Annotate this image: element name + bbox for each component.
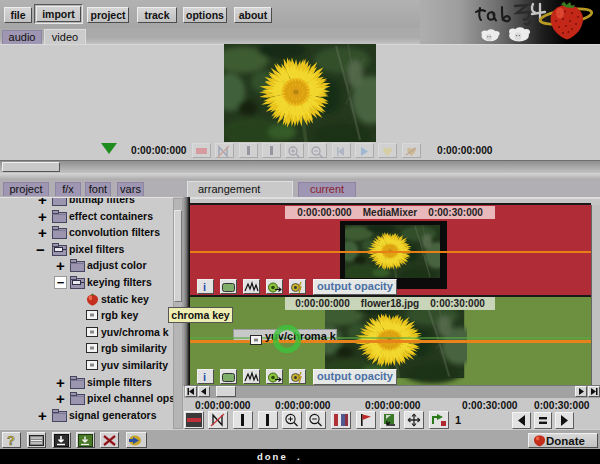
- svg-text:?: ?: [7, 433, 15, 448]
